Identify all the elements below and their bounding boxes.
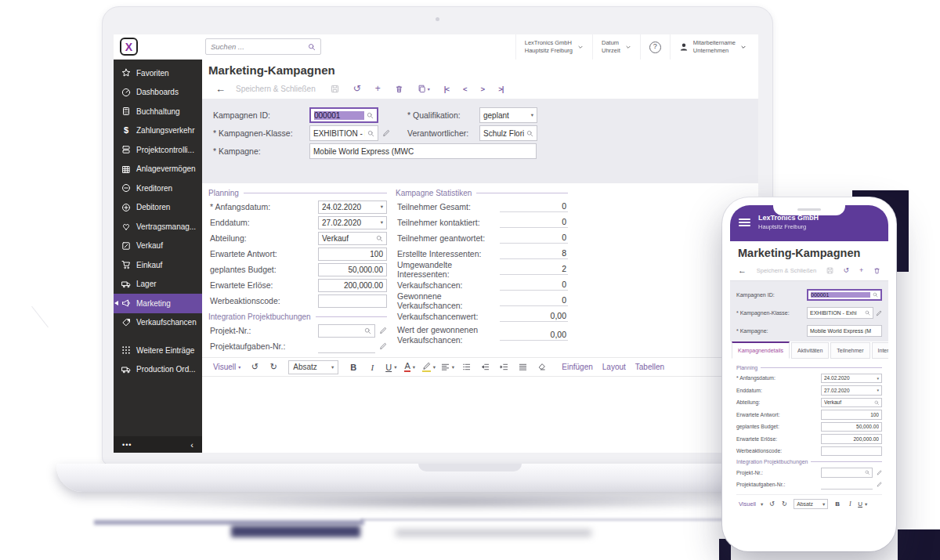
prev-record-button[interactable]: < xyxy=(456,85,474,93)
help-button[interactable]: ? xyxy=(640,34,670,60)
layout-menu[interactable]: Layout xyxy=(598,363,631,371)
field-input[interactable]: 27.02.2020▾ xyxy=(821,385,882,396)
hamburger-menu-icon[interactable] xyxy=(739,219,750,229)
field-input[interactable]: 100 xyxy=(821,410,882,420)
sidebar-item-marketing[interactable]: Marketing xyxy=(114,294,202,313)
tab-teilnehmer[interactable]: Teilnehmer xyxy=(830,342,870,359)
field-input[interactable]: Mobile World Express (M xyxy=(807,325,882,337)
bold-button[interactable]: B xyxy=(831,500,844,508)
justify-button[interactable] xyxy=(513,363,532,371)
app-logo[interactable]: X xyxy=(120,38,138,56)
italic-button[interactable]: I xyxy=(844,500,856,508)
search-icon[interactable] xyxy=(364,327,371,334)
field-input[interactable] xyxy=(821,480,873,490)
search-icon[interactable] xyxy=(367,112,374,119)
field-input[interactable]: 100 xyxy=(318,247,387,261)
search-icon[interactable] xyxy=(367,130,374,137)
search-icon[interactable] xyxy=(526,130,533,137)
editor-undo-button[interactable]: ↺ xyxy=(245,362,264,372)
editor-undo-button[interactable]: ↺ xyxy=(765,500,778,508)
next-record-button[interactable]: > xyxy=(474,85,492,93)
sidebar-item-dashboards[interactable]: Dashboards xyxy=(114,83,202,103)
search-icon[interactable] xyxy=(865,470,870,475)
field-input[interactable]: Mobile World Express (MWC xyxy=(309,143,537,159)
user-menu[interactable]: MitarbeiternameUnternehmen xyxy=(670,34,755,60)
search-icon[interactable] xyxy=(376,235,383,242)
field-input[interactable] xyxy=(821,468,873,478)
save-icon[interactable] xyxy=(826,267,833,274)
sidebar-item-anlagevermögen[interactable]: Anlagevermögen xyxy=(114,160,202,179)
tab-kampagnendetails[interactable]: Kampagnendetails xyxy=(732,341,790,359)
edit-pencil-icon[interactable] xyxy=(379,327,387,334)
sidebar-item-debitoren[interactable]: Debitoren xyxy=(114,198,202,218)
search-icon[interactable] xyxy=(874,400,880,406)
sidebar-item-production-ord[interactable]: Production Ord... xyxy=(114,360,202,380)
underline-button[interactable]: U▾ xyxy=(381,363,400,372)
editor-mode-button[interactable]: Visuell▾ xyxy=(736,500,765,508)
back-button[interactable]: ← xyxy=(208,83,233,95)
field-input[interactable]: 000001 xyxy=(807,289,882,301)
add-record-button[interactable]: + xyxy=(859,266,863,274)
sidebar-item-verkauf[interactable]: Verkauf xyxy=(114,237,202,256)
field-input[interactable]: 000001 xyxy=(309,107,378,123)
sidebar-item-kreditoren[interactable]: Kreditoren xyxy=(114,179,202,198)
save-close-button[interactable]: Speichern & Schließen xyxy=(233,85,324,93)
field-input[interactable]: Verkauf xyxy=(318,232,387,245)
italic-button[interactable]: I xyxy=(363,363,381,372)
delete-record-button[interactable] xyxy=(388,85,410,93)
sidebar-item-zahlungsverkehr[interactable]: $ Zahlungsverkehr xyxy=(114,121,202,141)
field-input[interactable]: geplant▾ xyxy=(479,107,537,123)
field-input[interactable] xyxy=(821,446,882,457)
editor-mode-button[interactable]: Visuell▾ xyxy=(208,363,245,371)
field-input[interactable]: Verkauf xyxy=(821,398,882,408)
tab-aktivitäten[interactable]: Aktivitäten xyxy=(791,342,829,359)
search-input[interactable]: Suchen ... xyxy=(205,38,321,55)
sidebar-item-favoriten[interactable]: Favoriten xyxy=(114,63,202,83)
field-input[interactable]: 50,000.00 xyxy=(821,422,882,432)
save-close-button[interactable]: Speichern & Schließen xyxy=(757,267,816,274)
field-input[interactable] xyxy=(318,340,375,353)
sidebar-item-vertragsmanag[interactable]: Vertragsmanag... xyxy=(114,217,202,237)
font-color-button[interactable]: A▾ xyxy=(400,362,419,372)
numbered-list-button[interactable] xyxy=(457,363,475,371)
sidebar-item-verkaufschancen[interactable]: Verkaufschancen xyxy=(114,313,202,333)
field-input[interactable]: 24.02.2020▾ xyxy=(821,374,882,384)
back-button[interactable]: ← xyxy=(738,266,747,275)
search-icon[interactable] xyxy=(873,292,878,298)
field-input[interactable] xyxy=(318,324,375,338)
field-input[interactable]: 50,000.00 xyxy=(318,263,387,276)
first-record-button[interactable]: |< xyxy=(437,85,456,93)
outdent-button[interactable] xyxy=(475,363,494,371)
clear-format-button[interactable] xyxy=(532,363,551,371)
field-input[interactable]: 200,000.00 xyxy=(821,434,882,444)
edit-pencil-icon[interactable] xyxy=(379,342,387,350)
last-record-button[interactable]: >| xyxy=(491,85,510,93)
field-input[interactable]: 27.02.2020▾ xyxy=(318,216,387,229)
search-icon[interactable] xyxy=(865,310,870,316)
field-input[interactable] xyxy=(318,294,387,308)
field-input[interactable]: EXHIBITION - Exhi xyxy=(807,307,873,319)
sidebar-item-lager[interactable]: Lager xyxy=(114,275,202,294)
sidebar-item-buchhaltung[interactable]: Buchhaltung xyxy=(114,102,202,121)
datetime-selector[interactable]: DatumUhrzeit xyxy=(592,34,640,60)
save-icon[interactable] xyxy=(324,85,346,93)
align-button[interactable]: ▾ xyxy=(438,363,457,371)
field-input[interactable]: EXHIBITION - Exhi xyxy=(309,125,378,141)
underline-button[interactable]: U▾ xyxy=(856,500,869,508)
field-input[interactable]: 24.02.2020▾ xyxy=(318,201,387,214)
tables-menu[interactable]: Tabellen xyxy=(631,363,669,371)
undo-button[interactable]: ↺ xyxy=(844,266,850,274)
sidebar-collapse-button[interactable]: ‹ xyxy=(190,440,193,450)
sidebar-item-einkauf[interactable]: Einkauf xyxy=(114,255,202,275)
paragraph-style-select[interactable]: Absatz▾ xyxy=(288,360,338,374)
sidebar-more-button[interactable]: ••• xyxy=(122,441,132,449)
indent-button[interactable] xyxy=(494,363,513,371)
sidebar-item-projektcontrolli[interactable]: Projektcontrolli... xyxy=(114,140,202,160)
editor-redo-button[interactable]: ↻ xyxy=(264,362,283,372)
field-input[interactable]: 200,000.00 xyxy=(318,279,387,292)
company-selector[interactable]: LexTronics GmbHHauptsitz Freiburg xyxy=(515,34,592,60)
insert-menu[interactable]: Einfügen xyxy=(557,363,597,371)
search-icon[interactable] xyxy=(308,43,316,51)
paragraph-style-select[interactable]: Absatz▾ xyxy=(794,499,828,509)
tab-interessenten-generieren[interactable]: Interessenten generieren xyxy=(872,342,888,359)
